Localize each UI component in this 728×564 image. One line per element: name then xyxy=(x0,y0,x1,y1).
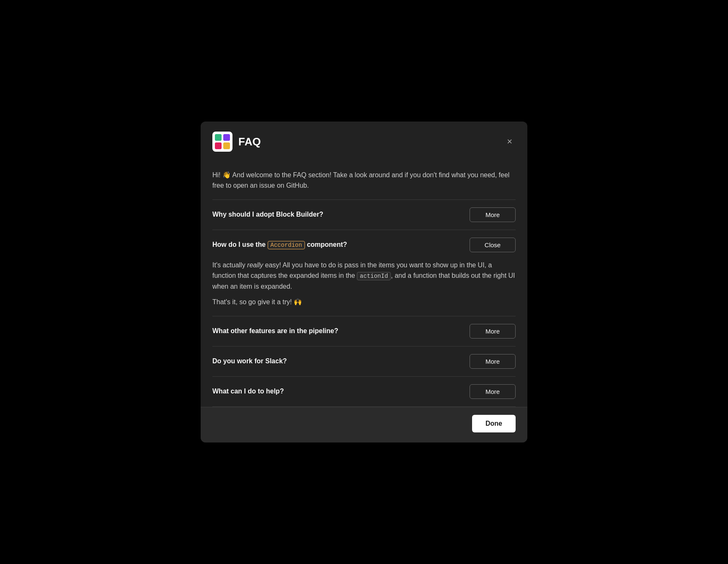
accordion-content-2: It's actually really easy! All you have … xyxy=(212,260,516,316)
faq-more-button-1[interactable]: More xyxy=(470,207,516,222)
intro-text: Hi! 👋 And welcome to the FAQ section! Ta… xyxy=(212,170,516,191)
modal-header: FAQ × xyxy=(201,122,527,160)
app-logo xyxy=(212,132,232,152)
logo-cell-green xyxy=(215,134,222,141)
close-button[interactable]: × xyxy=(503,135,516,148)
faq-question-2: How do I use the Accordion component? xyxy=(212,240,461,250)
logo-cell-pink xyxy=(215,142,222,149)
faq-close-button-2[interactable]: Close xyxy=(470,238,516,252)
faq-question-1: Why should I adopt Block Builder? xyxy=(212,210,461,219)
faq-more-button-3[interactable]: More xyxy=(470,324,516,339)
faq-item-2: How do I use the Accordion component? Cl… xyxy=(212,230,516,260)
faq-question-2-suffix: component? xyxy=(305,241,347,248)
modal-body: Hi! 👋 And welcome to the FAQ section! Ta… xyxy=(201,160,527,407)
faq-item-3: What other features are in the pipeline?… xyxy=(212,316,516,346)
faq-question-3: What other features are in the pipeline? xyxy=(212,326,461,336)
modal-title: FAQ xyxy=(238,135,261,148)
modal-footer: Done xyxy=(201,407,527,442)
faq-more-button-5[interactable]: More xyxy=(470,384,516,399)
faq-more-button-4[interactable]: More xyxy=(470,354,516,369)
done-button[interactable]: Done xyxy=(472,415,516,432)
faq-question-4: Do you work for Slack? xyxy=(212,357,461,366)
faq-modal: FAQ × Hi! 👋 And welcome to the FAQ secti… xyxy=(201,122,527,442)
faq-question-5: What can I do to help? xyxy=(212,387,461,396)
faq-item-4: Do you work for Slack? More xyxy=(212,347,516,376)
accordion-answer-2-part3: That's it, so go give it a try! 🙌 xyxy=(212,297,516,308)
accordion-answer-2-part1: It's actually really easy! All you have … xyxy=(212,260,516,292)
modal-header-left: FAQ xyxy=(212,132,261,152)
action-id-code: actionId xyxy=(357,272,391,280)
faq-item-1: Why should I adopt Block Builder? More xyxy=(212,200,516,230)
logo-cell-yellow xyxy=(223,142,230,149)
faq-question-2-code: Accordion xyxy=(268,241,305,249)
faq-question-2-prefix: How do I use the xyxy=(212,241,268,248)
faq-item-5: What can I do to help? More xyxy=(212,377,516,406)
logo-cell-purple xyxy=(223,134,230,141)
